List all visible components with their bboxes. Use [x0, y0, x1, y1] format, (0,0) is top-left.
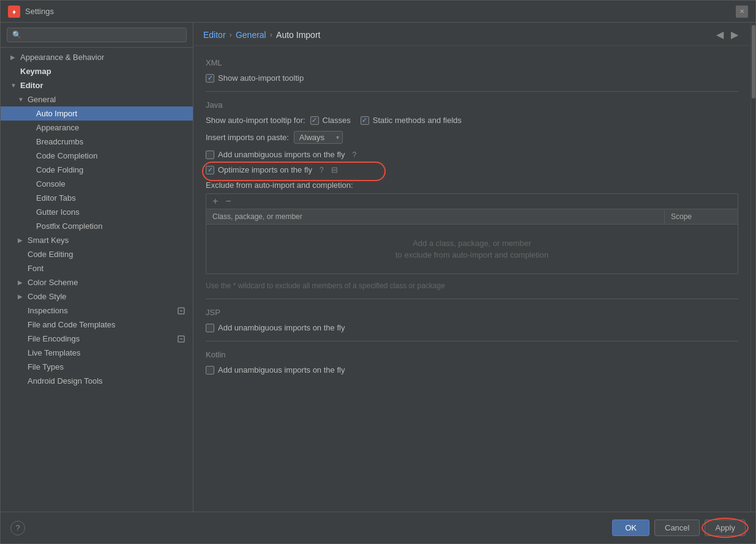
sidebar-item-editor-tabs[interactable]: Editor Tabs	[1, 191, 193, 205]
arrow-icon: ▶	[10, 54, 18, 61]
cancel-button[interactable]: Cancel	[654, 520, 700, 536]
sidebar-item-font[interactable]: Font	[1, 261, 193, 275]
sidebar-item-android-design-tools[interactable]: Android Design Tools	[1, 374, 193, 388]
sidebar-item-code-editing[interactable]: Code Editing	[1, 247, 193, 261]
breadcrumb-general[interactable]: General	[236, 30, 266, 40]
kotlin-section: Kotlin Add unambiguous imports on the fl…	[206, 350, 738, 374]
insert-imports-label: Insert imports on paste:	[206, 133, 289, 142]
sidebar-item-label: Editor	[20, 81, 43, 90]
sidebar-item-file-encodings[interactable]: File Encodings	[1, 332, 193, 346]
sidebar-item-code-style[interactable]: ▶ Code Style	[1, 289, 193, 304]
insert-imports-select[interactable]: Always Ask Never	[294, 131, 343, 144]
sidebar-item-keymap[interactable]: Keymap	[1, 64, 193, 78]
nav-tree: ▶ Appearance & Behavior Keymap ▼ Editor …	[1, 48, 193, 512]
static-checkbox-wrap[interactable]: Static methods and fields	[361, 116, 462, 125]
table-col-class: Class, package, or member	[206, 209, 664, 224]
help-button[interactable]: ?	[10, 521, 25, 535]
sidebar-item-smart-keys[interactable]: ▶ Smart Keys	[1, 233, 193, 247]
nav-forward-button[interactable]: ▶	[728, 29, 741, 40]
classes-checkbox[interactable]	[310, 116, 319, 125]
sidebar-item-label: Smart Keys	[28, 236, 69, 245]
optimize-help-icon[interactable]: ?	[320, 166, 324, 174]
sidebar-item-label: Code Editing	[28, 250, 73, 259]
scrollbar[interactable]	[750, 23, 755, 512]
optimize-label: Optimize imports on the fly	[218, 165, 312, 174]
app-icon: ♦	[8, 6, 20, 18]
xml-show-autoimport-checkbox-wrap[interactable]: Show auto-import tooltip	[206, 73, 304, 83]
sidebar-item-label: Console	[36, 179, 65, 188]
kotlin-add-unambiguous-checkbox[interactable]	[206, 366, 214, 374]
sidebar-item-gutter-icons[interactable]: Gutter Icons	[1, 205, 193, 219]
sidebar-item-code-folding[interactable]: Code Folding	[1, 163, 193, 177]
xml-show-autoimport-label: Show auto-import tooltip	[218, 73, 304, 83]
sidebar-item-live-templates[interactable]: Live Templates	[1, 346, 193, 360]
xml-show-autoimport-checkbox[interactable]	[206, 74, 214, 83]
sidebar-item-postfix-completion[interactable]: Postfix Completion	[1, 219, 193, 233]
sidebar-item-label: File and Code Templates	[28, 320, 116, 329]
sidebar-item-appearance-behavior[interactable]: ▶ Appearance & Behavior	[1, 50, 193, 64]
sidebar-item-label: Code Folding	[36, 165, 83, 174]
sidebar-item-editor[interactable]: ▼ Editor	[1, 78, 193, 92]
insert-imports-row: Insert imports on paste: Always Ask Neve…	[206, 131, 738, 144]
jsp-add-unambiguous-checkbox-wrap[interactable]: Add unambiguous imports on the fly	[206, 323, 345, 332]
ok-button[interactable]: OK	[612, 520, 649, 536]
titlebar: ♦ Settings ✕	[1, 1, 755, 23]
breadcrumb-editor[interactable]: Editor	[203, 30, 226, 40]
arrow-icon: ▶	[18, 237, 25, 244]
optimize-inline-icon[interactable]: ⊟	[331, 165, 338, 174]
add-unambiguous-label: Add unambiguous imports on the fly	[218, 150, 345, 159]
add-unambiguous-help-icon[interactable]: ?	[352, 151, 356, 159]
add-unambiguous-checkbox[interactable]	[206, 151, 214, 159]
sidebar-item-inspections[interactable]: Inspections	[1, 304, 193, 318]
jsp-add-unambiguous-row: Add unambiguous imports on the fly	[206, 323, 738, 332]
kotlin-add-unambiguous-row: Add unambiguous imports on the fly	[206, 365, 738, 374]
add-unambiguous-checkbox-wrap[interactable]: Add unambiguous imports on the fly	[206, 150, 345, 159]
sidebar-item-code-completion[interactable]: Code Completion	[1, 149, 193, 163]
optimize-checkbox-wrap[interactable]: Optimize imports on the fly	[206, 165, 312, 174]
sidebar-item-file-code-templates[interactable]: File and Code Templates	[1, 318, 193, 332]
kotlin-add-unambiguous-checkbox-wrap[interactable]: Add unambiguous imports on the fly	[206, 365, 345, 374]
classes-checkbox-wrap[interactable]: Classes	[310, 116, 351, 125]
sidebar-item-label: Code Completion	[36, 151, 97, 160]
sidebar-item-label: Inspections	[28, 306, 68, 315]
sidebar-item-label: Postfix Completion	[36, 222, 102, 231]
arrow-icon: ▼	[18, 96, 25, 103]
sidebar-item-breadcrumbs[interactable]: Breadcrumbs	[1, 135, 193, 149]
classes-label: Classes	[323, 116, 351, 125]
jsp-add-unambiguous-checkbox[interactable]	[206, 324, 214, 332]
inspections-badge	[177, 307, 185, 315]
java-show-tooltip-row: Show auto-import tooltip for: Classes St…	[206, 116, 738, 125]
static-label: Static methods and fields	[373, 116, 462, 125]
sidebar-item-label: Android Design Tools	[28, 376, 103, 386]
breadcrumb-auto-import: Auto Import	[276, 30, 320, 40]
sidebar-item-label: Editor Tabs	[36, 193, 76, 203]
table-body: Add a class, package, or member to exclu…	[206, 225, 738, 274]
arrow-icon: ▶	[18, 279, 25, 286]
jsp-section: JSP Add unambiguous imports on the fly	[206, 308, 738, 332]
sidebar-item-label: Auto Import	[36, 109, 77, 118]
sidebar-item-file-types[interactable]: File Types	[1, 360, 193, 374]
breadcrumb-sep2: ›	[270, 30, 272, 39]
main-content: ▶ Appearance & Behavior Keymap ▼ Editor …	[1, 23, 755, 512]
static-checkbox[interactable]	[361, 116, 369, 125]
sidebar-item-appearance[interactable]: Appearance	[1, 121, 193, 135]
table-add-button[interactable]: +	[210, 196, 220, 206]
sidebar-item-general[interactable]: ▼ General	[1, 92, 193, 106]
nav-back-button[interactable]: ◀	[714, 29, 726, 40]
right-panel: Editor › General › Auto Import ◀ ▶ XML	[193, 23, 750, 512]
close-button[interactable]: ✕	[736, 6, 748, 18]
sidebar-item-console[interactable]: Console	[1, 177, 193, 191]
sidebar-item-auto-import[interactable]: Auto Import	[1, 106, 193, 121]
apply-button[interactable]: Apply	[705, 520, 746, 536]
optimize-checkbox[interactable]	[206, 166, 214, 174]
table-remove-button[interactable]: −	[223, 196, 233, 206]
sidebar: ▶ Appearance & Behavior Keymap ▼ Editor …	[1, 23, 193, 512]
kotlin-add-unambiguous-label: Add unambiguous imports on the fly	[218, 365, 345, 374]
content-area: XML Show auto-import tooltip Java Show a	[193, 46, 750, 512]
exclude-section: Exclude from auto-import and completion:…	[206, 181, 738, 290]
java-jsp-divider	[206, 299, 738, 299]
search-input[interactable]	[7, 28, 187, 42]
scrollbar-thumb[interactable]	[752, 25, 755, 99]
exclude-table: + − Class, package, or member Scope Add …	[206, 193, 738, 274]
sidebar-item-color-scheme[interactable]: ▶ Color Scheme	[1, 275, 193, 289]
